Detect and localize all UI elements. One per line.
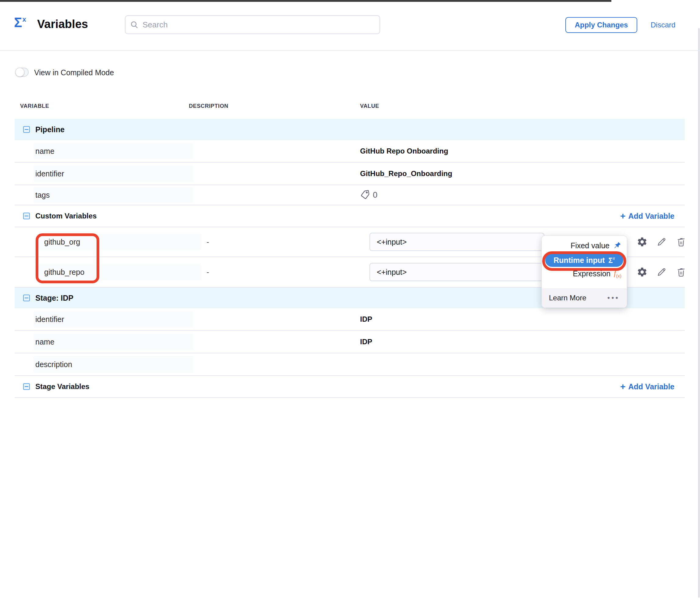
variable-label: identifier (35, 169, 64, 178)
menu-item-label: Runtime input (553, 256, 605, 265)
menu-item-expression[interactable]: Expression f(x) (542, 267, 627, 280)
scrollbar-thumb[interactable] (698, 28, 700, 598)
variable-name-chip: name (33, 143, 194, 159)
learn-more-link[interactable]: Learn More (549, 294, 586, 302)
table-row-stage-name: name IDP (15, 331, 685, 353)
variable-value: IDP (360, 315, 372, 324)
variable-label: identifier (35, 315, 64, 324)
variable-label: name (35, 147, 54, 156)
menu-item-label: Fixed value (571, 241, 609, 250)
table-row-pipeline-name: name GitHub Repo Onboarding (15, 140, 685, 163)
variable-value: GitHub_Repo_Onboarding (360, 169, 452, 178)
window-top-strip (0, 0, 611, 2)
sigma-x-icon: Σx (608, 256, 615, 265)
apply-changes-button[interactable]: Apply Changes (565, 17, 637, 33)
table-row-pipeline-tags: tags 0 (15, 185, 685, 205)
section-row-custom-variables: Custom Variables + Add Variable (15, 205, 685, 227)
variable-value: GitHub Repo Onboarding (360, 147, 448, 155)
variable-name-chip: identifier (33, 311, 194, 327)
variable-name-chip: identifier (33, 166, 194, 182)
search-icon (130, 20, 139, 29)
collapse-icon[interactable] (23, 212, 30, 219)
toggle-knob (15, 68, 24, 77)
runtime-input-field[interactable]: <+input> (370, 263, 544, 281)
collapse-icon[interactable] (23, 295, 30, 301)
variable-name-chip: name (33, 333, 194, 350)
section-row-stage-variables: Stage Variables + Add Variable (15, 376, 685, 398)
tags-count: 0 (373, 191, 377, 200)
compiled-mode-toggle[interactable] (15, 68, 29, 77)
table-row-stage-identifier: identifier IDP (15, 308, 685, 331)
variable-name-chip: tags (33, 187, 194, 203)
value-type-menu: Fixed value Runtime input Σx Expression … (542, 236, 627, 308)
variables-sigma-icon: Σx (14, 16, 26, 29)
tag-icon (359, 189, 371, 201)
variable-value: IDP (360, 337, 372, 346)
add-variable-label: Add Variable (628, 212, 674, 221)
variable-label: github_org (44, 237, 80, 247)
table-row-pipeline-identifier: identifier GitHub_Repo_Onboarding (15, 163, 685, 185)
variable-label: tags (35, 191, 50, 200)
add-variable-button[interactable]: + Add Variable (620, 211, 674, 221)
compiled-mode-label: View in Compiled Mode (34, 68, 114, 77)
table-row-stage-description: description (15, 353, 685, 376)
collapse-icon[interactable] (23, 383, 30, 390)
variable-name-chip: github_org (39, 234, 201, 250)
section-title: Pipeline (35, 125, 65, 134)
plus-icon: + (620, 211, 626, 221)
page-title: Variables (37, 18, 88, 31)
search-box[interactable] (125, 15, 380, 34)
delete-icon[interactable] (676, 236, 686, 247)
plus-icon: + (620, 382, 626, 391)
search-input[interactable] (143, 20, 375, 29)
pin-icon (613, 241, 621, 250)
variables-panel: Σx Variables Apply Changes Discard View … (0, 0, 700, 605)
edit-icon[interactable] (656, 236, 667, 247)
description-cell: - (206, 237, 209, 247)
settings-icon[interactable] (636, 236, 648, 247)
input-value: <+input> (377, 268, 407, 277)
add-variable-button[interactable]: + Add Variable (620, 382, 674, 391)
description-cell: - (206, 268, 209, 277)
header-divider (0, 50, 700, 51)
column-header-variable: VARIABLE (20, 103, 49, 109)
section-row-pipeline: Pipeline (15, 119, 685, 140)
add-variable-label: Add Variable (628, 382, 674, 391)
menu-item-label: Expression (573, 269, 611, 278)
edit-icon[interactable] (656, 267, 667, 278)
column-header-description: DESCRIPTION (189, 103, 228, 109)
section-title: Custom Variables (35, 212, 97, 220)
more-options-dots[interactable]: ••• (607, 294, 620, 302)
delete-icon[interactable] (676, 267, 686, 278)
tags-value: 0 (359, 190, 377, 200)
menu-footer: Learn More ••• (542, 288, 627, 308)
variable-name-chip: description (33, 356, 194, 373)
menu-item-fixed-value[interactable]: Fixed value (542, 239, 627, 252)
settings-icon[interactable] (636, 267, 648, 278)
variable-label: description (35, 360, 72, 369)
discard-button[interactable]: Discard (651, 21, 675, 29)
runtime-input-field[interactable]: <+input> (370, 233, 544, 251)
section-title: Stage: IDP (35, 294, 73, 303)
variable-name-chip: github_repo (39, 264, 201, 280)
menu-item-runtime-input[interactable]: Runtime input Σx (545, 253, 623, 267)
input-value: <+input> (377, 237, 407, 247)
collapse-icon[interactable] (23, 126, 30, 133)
section-title: Stage Variables (35, 382, 89, 391)
variable-label: name (35, 337, 54, 346)
column-header-value: VALUE (360, 103, 379, 109)
variable-label: github_repo (44, 268, 84, 277)
fx-icon: f(x) (614, 269, 621, 278)
